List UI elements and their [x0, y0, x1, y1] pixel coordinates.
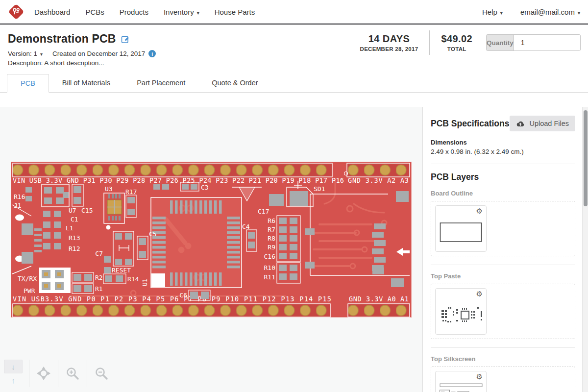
scrollbar-track[interactable]: [582, 107, 588, 392]
pcb-bottom-pin-labels: VIN USB3.3V GND P0 P1 P2 P3 P4 P5 P6 P7 …: [13, 295, 331, 303]
divider: [29, 360, 29, 387]
tab-part-placement[interactable]: Part Placement: [123, 74, 198, 92]
layer-dropzone-top-silkscreen[interactable]: [431, 367, 575, 392]
primary-nav: Dashboard PCBs Products Inventory House …: [34, 8, 270, 16]
nav-account[interactable]: email@mail.com: [520, 8, 580, 16]
layer-dropzone-top-paste[interactable]: [431, 284, 575, 339]
pcb-label: R12: [69, 245, 80, 252]
pcb-label: R7: [268, 226, 275, 233]
divider: [431, 347, 575, 348]
info-icon[interactable]: [148, 50, 156, 57]
page-header: Demonstration PCB Version: 1 Created on …: [0, 24, 588, 67]
nav-dashboard[interactable]: Dashboard: [34, 8, 70, 16]
tab-quote-order[interactable]: Quote & Order: [198, 74, 271, 92]
tab-bill-of-materials[interactable]: Bill of Materials: [49, 74, 123, 92]
lead-time-value: 14 DAYS: [360, 33, 418, 45]
cloud-upload-icon: [516, 121, 525, 127]
scrollbar-thumb[interactable]: [584, 110, 588, 206]
gear-icon[interactable]: [476, 372, 483, 381]
brand-logo-icon[interactable]: [8, 3, 24, 20]
layer-card-top-silkscreen[interactable]: [435, 371, 487, 392]
pcb-led-block: [39, 268, 71, 293]
sidebar-title: PCB Specifications: [431, 116, 509, 129]
pcb-qfp-u1: [151, 197, 242, 288]
pcb-label: R9: [268, 244, 275, 251]
pcb-label: R16: [14, 193, 25, 200]
pcb-label: R6: [268, 217, 275, 224]
gear-icon[interactable]: [476, 290, 483, 298]
order-summary: 14 DAYS DECEMBER 28, 2017 $49.02 TOTAL Q…: [360, 30, 581, 55]
version-select[interactable]: Version: 1: [8, 50, 43, 57]
ship-date: DECEMBER 28, 2017: [360, 46, 418, 52]
divider: [58, 360, 58, 387]
pcb-label: R17: [125, 188, 137, 196]
board-outline-thumbnail: [440, 217, 483, 251]
upload-files-label: Upload Files: [529, 120, 569, 127]
upload-files-button[interactable]: Upload Files: [510, 116, 575, 131]
top-paste-thumbnail: [440, 299, 484, 334]
total-label: TOTAL: [441, 46, 472, 52]
divider: [431, 164, 575, 164]
pcb-label: RESET: [112, 267, 131, 274]
quantity-input[interactable]: [514, 35, 581, 50]
top-silkscreen-thumbnail: [440, 382, 484, 392]
dimensions-value: 2.49 x 0.98 in. (6.32 x 2.49 cm.): [431, 148, 575, 155]
description-text: Description: A short description...: [8, 59, 580, 67]
pcb-specs-sidebar: PCB Specifications Upload Files Dimensio…: [422, 107, 582, 392]
total-block: $49.02 TOTAL: [441, 33, 472, 52]
pcb-layers-title: PCB Layers: [431, 172, 575, 182]
pcb-label: R14: [127, 275, 139, 283]
gear-icon[interactable]: [476, 207, 483, 216]
nav-pcbs[interactable]: PCBs: [85, 8, 104, 16]
circuit-logo-icon: [8, 3, 24, 20]
nav-help[interactable]: Help: [482, 8, 503, 16]
pcb-canvas[interactable]: VIN USB 3.3V GND P31 P30 P29 P28 P27 P26…: [0, 107, 422, 392]
pcb-label: L1: [66, 224, 74, 232]
pcb-bottom-right-pin-labels: GND 3.3V A0 A1: [349, 295, 409, 303]
pcb-label: TX/RX: [18, 275, 37, 282]
page-title: Demonstration PCB: [8, 32, 116, 46]
layer-card-top-paste[interactable]: [435, 288, 487, 335]
canvas-toolbar: [4, 360, 109, 387]
layer-name-top-paste: Top Paste: [431, 272, 575, 280]
nav-products[interactable]: Products: [120, 8, 148, 16]
edit-title-icon[interactable]: [121, 35, 130, 44]
center-view-icon[interactable]: [36, 366, 51, 381]
pcb-label: C5: [149, 230, 157, 238]
layer-card-board-outline[interactable]: [435, 205, 487, 252]
pcb-label: J1: [14, 202, 22, 209]
tab-pcb[interactable]: PCB: [7, 74, 49, 93]
pan-down-icon[interactable]: [4, 360, 23, 373]
nav-inventory[interactable]: Inventory: [164, 8, 199, 16]
app-root: Dashboard PCBs Products Inventory House …: [0, 0, 588, 392]
layer-name-top-silkscreen: Top Silkscreen: [431, 355, 575, 363]
zoom-out-icon[interactable]: [94, 366, 109, 381]
divider: [429, 30, 430, 55]
pcb-label: C17: [258, 208, 269, 215]
pcb-top-pin-labels: VIN USB 3.3V GND P31 P30 P29 P28 P27 P26…: [13, 176, 344, 184]
pcb-render[interactable]: VIN USB 3.3V GND P31 P30 P29 P28 P27 P26…: [11, 162, 412, 318]
pcb-label: C3: [201, 184, 209, 191]
total-price: $49.02: [441, 33, 472, 45]
created-text: Created on December 12, 2017: [52, 50, 145, 57]
nav-house-parts[interactable]: House Parts: [215, 8, 255, 16]
pcb-label: C7: [95, 250, 103, 257]
layer-name-board-outline: Board Outline: [431, 190, 575, 197]
main-content: VIN USB 3.3V GND P31 P30 P29 P28 P27 P26…: [0, 107, 588, 392]
tab-bar: PCB Bill of Materials Part Placement Quo…: [0, 74, 588, 93]
layer-dropzone-board-outline[interactable]: [431, 201, 575, 256]
quantity-label: Quantity: [487, 35, 514, 50]
pcb-label: U3: [105, 185, 113, 193]
lead-time-block: 14 DAYS DECEMBER 28, 2017: [360, 33, 418, 52]
pcb-label: U1: [141, 278, 148, 286]
pcb-label: R11: [264, 273, 275, 281]
pan-up-icon[interactable]: [4, 373, 23, 387]
pcb-label: U7: [69, 207, 76, 214]
zoom-in-icon[interactable]: [65, 366, 80, 381]
secondary-nav: Help email@mail.com: [465, 8, 580, 16]
pcb-label: R1: [95, 285, 103, 293]
pcb-label: R10: [264, 264, 275, 271]
pcb-label: R2: [95, 274, 103, 281]
pcb-label: R8: [268, 235, 275, 242]
pcb-label: C6: [179, 292, 187, 299]
